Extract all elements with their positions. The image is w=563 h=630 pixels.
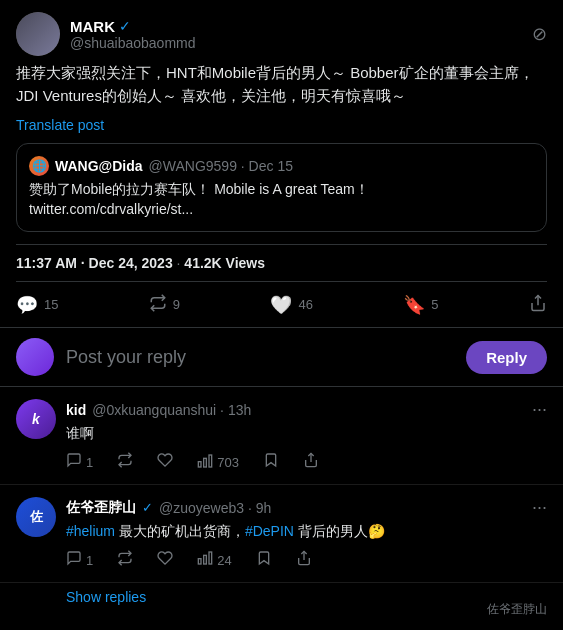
comment-name-kid[interactable]: kid bbox=[66, 402, 86, 418]
share-action[interactable] bbox=[529, 294, 547, 315]
reply-button[interactable]: Reply bbox=[466, 341, 547, 374]
like-action[interactable]: 🤍 46 bbox=[270, 296, 312, 314]
avatar-image bbox=[16, 12, 60, 56]
actions-row: 💬 15 9 🤍 46 🔖 5 bbox=[16, 286, 547, 327]
comment-handle-time-zuoyeweb3: @zuoyeweb3 · 9h bbox=[159, 500, 271, 516]
comment-retweet-kid[interactable] bbox=[117, 452, 133, 472]
reply-box: Post your reply Reply bbox=[0, 328, 563, 387]
comment-text-kid: 谁啊 bbox=[66, 423, 547, 444]
comment-item-zuoyeweb3: 佐 佐爷歪脖山 ✓ @zuoyeweb3 · 9h ··· #helium 最大… bbox=[0, 485, 563, 583]
comment-reply-count-zuoyeweb3: 1 bbox=[86, 553, 93, 568]
hashtag-helium[interactable]: #helium bbox=[66, 523, 115, 539]
comment-actions-kid: 1 703 bbox=[66, 452, 547, 472]
svg-rect-3 bbox=[199, 461, 202, 466]
comment-views-count-zuoyeweb3: 24 bbox=[217, 553, 231, 568]
watermark: 佐爷歪脖山 bbox=[479, 597, 555, 622]
svg-rect-5 bbox=[209, 552, 212, 564]
quoted-author: 🌐 WANG@Dida @WANG9599 · Dec 15 bbox=[29, 156, 534, 176]
reply-action[interactable]: 💬 15 bbox=[16, 296, 58, 314]
comment-reply-icon-kid bbox=[66, 452, 82, 472]
comment-like-icon-kid bbox=[157, 452, 173, 472]
comment-reply-zuoyeweb3[interactable]: 1 bbox=[66, 550, 93, 570]
post-content: 推荐大家强烈关注下，HNT和Mobile背后的男人～ Bobber矿企的董事会主… bbox=[16, 62, 547, 107]
quoted-tweet[interactable]: 🌐 WANG@Dida @WANG9599 · Dec 15 赞助了Mobile… bbox=[16, 143, 547, 232]
comment-section: k kid @0xkuangquanshui · 13h ··· 谁啊 1 bbox=[0, 387, 563, 617]
post-meta: 11:37 AM · Dec 24, 2023 · 41.2K Views bbox=[16, 244, 547, 282]
comment-name-zuoyeweb3[interactable]: 佐爷歪脖山 bbox=[66, 499, 136, 517]
comment-author-row-zuoyeweb3: 佐爷歪脖山 ✓ @zuoyeweb3 · 9h ··· bbox=[66, 497, 547, 518]
comment-reply-kid[interactable]: 1 bbox=[66, 452, 93, 472]
comment-actions-zuoyeweb3: 1 24 bbox=[66, 550, 547, 570]
svg-rect-2 bbox=[204, 458, 207, 467]
comment-author-info-kid: kid @0xkuangquanshui · 13h bbox=[66, 402, 251, 418]
comment-retweet-icon-zuoyeweb3 bbox=[117, 550, 133, 570]
retweet-count: 9 bbox=[173, 297, 180, 312]
quoted-handle-date: @WANG9599 · Dec 15 bbox=[149, 158, 293, 174]
comment-bookmark-icon-kid bbox=[263, 452, 279, 472]
share-icon bbox=[529, 294, 547, 315]
comment-views-icon-zuoyeweb3 bbox=[197, 550, 213, 570]
comment-body-zuoyeweb3: 佐爷歪脖山 ✓ @zuoyeweb3 · 9h ··· #helium 最大的矿… bbox=[66, 497, 547, 570]
main-post: MARK ✓ @shuaibaobaommd ⊘ 推荐大家强烈关注下，HNT和M… bbox=[0, 0, 563, 328]
comment-like-icon-zuoyeweb3 bbox=[157, 550, 173, 570]
comment-avatar-kid[interactable]: k bbox=[16, 399, 56, 439]
comment-bookmark-zuoyeweb3[interactable] bbox=[256, 550, 272, 570]
bookmark-icon: 🔖 bbox=[403, 296, 425, 314]
retweet-icon bbox=[149, 294, 167, 315]
quoted-name: WANG@Dida bbox=[55, 158, 143, 174]
author-left: MARK ✓ @shuaibaobaommd bbox=[16, 12, 196, 56]
post-text: 推荐大家强烈关注下，HNT和Mobile背后的男人～ Bobber矿企的董事会主… bbox=[16, 64, 534, 104]
like-icon: 🤍 bbox=[270, 296, 292, 314]
comment-share-icon-kid bbox=[303, 452, 319, 472]
comment-like-zuoyeweb3[interactable] bbox=[157, 550, 173, 570]
svg-rect-6 bbox=[204, 556, 207, 565]
comment-retweet-zuoyeweb3[interactable] bbox=[117, 550, 133, 570]
author-name[interactable]: MARK bbox=[70, 18, 115, 35]
author-row: MARK ✓ @shuaibaobaommd ⊘ bbox=[16, 12, 547, 56]
comment-reply-icon-zuoyeweb3 bbox=[66, 550, 82, 570]
reply-placeholder[interactable]: Post your reply bbox=[66, 347, 454, 368]
reply-icon: 💬 bbox=[16, 296, 38, 314]
block-icon[interactable]: ⊘ bbox=[532, 23, 547, 45]
verified-icon: ✓ bbox=[119, 18, 131, 34]
comment-views-kid: 703 bbox=[197, 453, 239, 472]
verified-icon-zuoyeweb3: ✓ bbox=[142, 500, 153, 515]
comment-author-row-kid: kid @0xkuangquanshui · 13h ··· bbox=[66, 399, 547, 420]
comment-text-zuoyeweb3: #helium 最大的矿机出货商，#DePIN 背后的男人🤔 bbox=[66, 521, 547, 542]
comment-more-kid[interactable]: ··· bbox=[532, 399, 547, 420]
avatar[interactable] bbox=[16, 12, 60, 56]
comment-body-kid: kid @0xkuangquanshui · 13h ··· 谁啊 1 bbox=[66, 399, 547, 472]
svg-rect-1 bbox=[209, 455, 212, 467]
author-name-row: MARK ✓ bbox=[70, 18, 196, 35]
comment-author-info-zuoyeweb3: 佐爷歪脖山 ✓ @zuoyeweb3 · 9h bbox=[66, 499, 271, 517]
comment-views-icon-kid bbox=[197, 453, 213, 472]
bookmark-count: 5 bbox=[431, 297, 438, 312]
watermark-text: 佐爷歪脖山 bbox=[487, 602, 547, 616]
comment-views-count-kid: 703 bbox=[217, 455, 239, 470]
author-info: MARK ✓ @shuaibaobaommd bbox=[70, 18, 196, 51]
post-time: 11:37 AM · Dec 24, 2023 bbox=[16, 255, 173, 271]
hashtag-depin[interactable]: #DePIN bbox=[245, 523, 294, 539]
comment-handle-time-kid: @0xkuangquanshui · 13h bbox=[92, 402, 251, 418]
reply-avatar bbox=[16, 338, 54, 376]
comment-views-zuoyeweb3: 24 bbox=[197, 550, 231, 570]
quoted-content: 赞助了Mobile的拉力赛车队！ Mobile is A great Team！… bbox=[29, 180, 534, 219]
bookmark-action[interactable]: 🔖 5 bbox=[403, 296, 438, 314]
like-count: 46 bbox=[298, 297, 312, 312]
comment-share-zuoyeweb3[interactable] bbox=[296, 550, 312, 570]
comment-bookmark-kid[interactable] bbox=[263, 452, 279, 472]
author-handle[interactable]: @shuaibaobaommd bbox=[70, 35, 196, 51]
svg-rect-7 bbox=[199, 559, 202, 564]
reply-count: 15 bbox=[44, 297, 58, 312]
comment-retweet-icon-kid bbox=[117, 452, 133, 472]
translate-link[interactable]: Translate post bbox=[16, 117, 547, 133]
comment-avatar-zuoyeweb3[interactable]: 佐 bbox=[16, 497, 56, 537]
comment-item: k kid @0xkuangquanshui · 13h ··· 谁啊 1 bbox=[0, 387, 563, 485]
retweet-action[interactable]: 9 bbox=[149, 294, 180, 315]
post-views: 41.2K Views bbox=[184, 255, 265, 271]
comment-more-zuoyeweb3[interactable]: ··· bbox=[532, 497, 547, 518]
comment-reply-count-kid: 1 bbox=[86, 455, 93, 470]
comment-bookmark-icon-zuoyeweb3 bbox=[256, 550, 272, 570]
comment-share-kid[interactable] bbox=[303, 452, 319, 472]
comment-like-kid[interactable] bbox=[157, 452, 173, 472]
